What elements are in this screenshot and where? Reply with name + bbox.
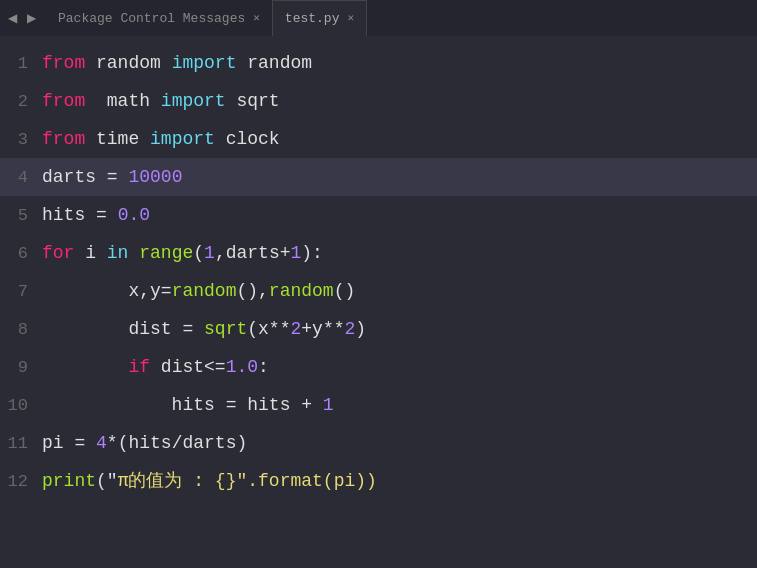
code-line-8: 8 dist = sqrt(x**2+y**2) xyxy=(0,310,757,348)
line-number-1: 1 xyxy=(0,45,42,83)
tab-test-label: test.py xyxy=(285,11,340,26)
tab-nav-right[interactable]: ▶ xyxy=(23,9,40,27)
tab-test-close[interactable]: ✕ xyxy=(347,13,354,24)
line-content-4: darts = 10000 xyxy=(42,158,182,196)
line-content-5: hits = 0.0 xyxy=(42,196,150,234)
line-content-12: print("π的值为 : {}".format(pi)) xyxy=(42,462,377,500)
code-line-12: 12print("π的值为 : {}".format(pi)) xyxy=(0,462,757,500)
line-number-7: 7 xyxy=(0,273,42,311)
line-content-3: from time import clock xyxy=(42,120,280,158)
line-number-6: 6 xyxy=(0,235,42,273)
line-number-4: 4 xyxy=(0,159,42,197)
line-number-11: 11 xyxy=(0,425,42,463)
line-content-8: dist = sqrt(x**2+y**2) xyxy=(42,310,366,348)
line-number-12: 12 xyxy=(0,463,42,501)
line-number-2: 2 xyxy=(0,83,42,121)
code-line-6: 6for i in range(1,darts+1): xyxy=(0,234,757,272)
line-content-9: if dist<=1.0: xyxy=(42,348,269,386)
code-line-7: 7 x,y=random(),random() xyxy=(0,272,757,310)
code-line-1: 1from random import random xyxy=(0,44,757,82)
tab-test[interactable]: test.py✕ xyxy=(272,0,367,36)
line-content-10: hits = hits + 1 xyxy=(42,386,334,424)
line-number-9: 9 xyxy=(0,349,42,387)
code-line-11: 11pi = 4*(hits/darts) xyxy=(0,424,757,462)
line-content-11: pi = 4*(hits/darts) xyxy=(42,424,247,462)
line-number-10: 10 xyxy=(0,387,42,425)
code-line-4: 4darts = 10000 xyxy=(0,158,757,196)
tab-package-close[interactable]: ✕ xyxy=(253,13,260,24)
line-content-7: x,y=random(),random() xyxy=(42,272,355,310)
code-line-2: 2from math import sqrt xyxy=(0,82,757,120)
code-line-10: 10 hits = hits + 1 xyxy=(0,386,757,424)
tab-nav-left[interactable]: ◀ xyxy=(4,9,21,27)
line-number-3: 3 xyxy=(0,121,42,159)
code-line-9: 9 if dist<=1.0: xyxy=(0,348,757,386)
line-content-1: from random import random xyxy=(42,44,312,82)
code-line-3: 3from time import clock xyxy=(0,120,757,158)
line-number-8: 8 xyxy=(0,311,42,349)
tab-bar: ◀ ▶ Package Control Messages✕test.py✕ xyxy=(0,0,757,36)
line-content-6: for i in range(1,darts+1): xyxy=(42,234,323,272)
editor: 1from random import random2from math imp… xyxy=(0,36,757,508)
line-content-2: from math import sqrt xyxy=(42,82,280,120)
line-number-5: 5 xyxy=(0,197,42,235)
tab-nav: ◀ ▶ xyxy=(4,9,40,27)
tab-package[interactable]: Package Control Messages✕ xyxy=(46,0,272,36)
code-line-5: 5hits = 0.0 xyxy=(0,196,757,234)
tab-package-label: Package Control Messages xyxy=(58,11,245,26)
